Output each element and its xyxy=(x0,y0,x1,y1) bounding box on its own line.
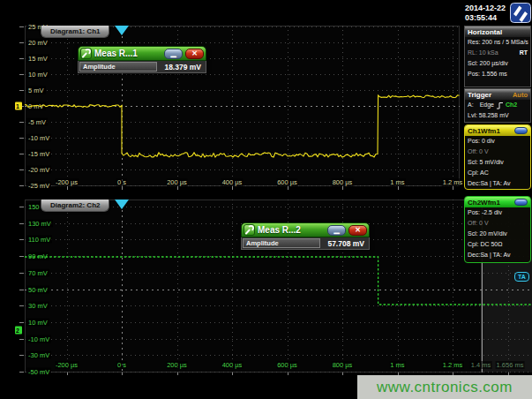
d1-y-axis-label: 0 mV xyxy=(26,102,46,110)
meas2-title: Meas R...2 xyxy=(255,225,325,235)
d1-y-axis-label: -10 mV xyxy=(26,134,51,142)
trigger-position-marker-diagram1[interactable] xyxy=(115,26,129,35)
trigger-title: Trigger xyxy=(468,91,513,99)
d2-y-axis-label: 110 mV xyxy=(26,236,52,244)
d2-x-axis-label: 600 µs xyxy=(276,361,298,369)
ruler-tick xyxy=(19,223,24,224)
time-label: 03:55:44 xyxy=(465,13,510,23)
trigger-panel[interactable]: Trigger Auto A: Edge Ch2 Lvl: 58.258 mV xyxy=(464,88,531,123)
ruler-tick xyxy=(19,26,24,27)
ruler-tick xyxy=(177,186,178,190)
meas-window-2[interactable]: Meas R...2 ▁ ✕ Amplitude 57.708 mV xyxy=(241,222,370,250)
wrench-icon xyxy=(244,224,255,236)
d2-x-axis-label: 1.2 ms xyxy=(442,361,464,369)
ruler-tick xyxy=(122,186,123,190)
close-icon[interactable]: ✕ xyxy=(185,49,204,59)
ruler-tick xyxy=(19,239,24,240)
horizontal-panel[interactable]: Horizontal Res: 200 ns / 5 MSa/s RL: 10 … xyxy=(464,26,531,87)
trigger-level: Lvl: 58.258 mV xyxy=(468,110,509,121)
ruler-tick xyxy=(19,74,24,75)
meas2-header[interactable]: Meas R...2 ▁ ✕ xyxy=(241,222,370,237)
ta-badge: TA xyxy=(514,272,529,282)
meas1-param-label: Amplitude xyxy=(79,62,157,72)
ch2wfm-dec: Dec:Sa | TA: Av xyxy=(468,250,511,260)
d1-x-axis-label: 200 µs xyxy=(166,178,188,186)
meas-window-1[interactable]: Meas R...1 ▁ ✕ Amplitude 18.379 mV xyxy=(78,46,206,73)
ch1wfm-cpl: Cpl: AC xyxy=(468,168,489,178)
ch1wfm-header[interactable]: Ch1Wfm1 xyxy=(465,125,530,136)
d1-y-axis-label: -15 mV xyxy=(26,150,51,158)
ruler-tick xyxy=(453,186,453,190)
ch2wfm-header[interactable]: Ch2Wfm1 xyxy=(465,197,530,207)
d2-x-axis-label: -200 µs xyxy=(55,361,79,369)
signal-bar-icon[interactable] xyxy=(514,127,528,134)
d1-x-axis-label: 1 ms xyxy=(389,178,405,186)
d2-y-axis-label: 10 mV xyxy=(26,318,49,326)
d1-y-axis-label: 5 mV xyxy=(26,87,46,94)
ch1-reference-marker[interactable]: 1 xyxy=(15,102,22,110)
tab-diagram2[interactable]: Diagram2: Ch2 xyxy=(41,200,109,212)
tab-diagram1[interactable]: Diagram1: Ch1 xyxy=(41,26,109,38)
trigger-position-marker-diagram2[interactable] xyxy=(115,200,129,209)
d2-y-axis-label: -10 mV xyxy=(26,335,51,343)
ch2wfm-scl: Scl: 20 mV/div xyxy=(468,229,507,239)
meas2-param-label: Amplitude xyxy=(243,238,320,248)
ch2wfm-panel[interactable]: Ch2Wfm1 Pos: -2.5 div Off: 0 V Scl: 20 m… xyxy=(464,196,531,263)
d1-y-axis-label: -25 mV xyxy=(26,182,51,190)
ruler-tick xyxy=(19,290,24,290)
meas1-value: 18.379 mV xyxy=(157,63,205,72)
minimize-icon[interactable]: ▁ xyxy=(164,49,183,59)
ruler-tick xyxy=(398,186,399,190)
trigger-mode: Auto xyxy=(513,91,528,99)
ruler-tick xyxy=(288,186,288,190)
d1-y-axis-label: 15 mV xyxy=(26,55,49,63)
d1-y-axis-label: 10 mV xyxy=(26,71,49,79)
horizontal-rl: RL: 10 kSa xyxy=(468,48,498,58)
signal-bar-icon[interactable] xyxy=(514,199,528,206)
horizontal-pos: Pos: 1.556 ms xyxy=(468,69,507,79)
minimize-icon[interactable]: ▁ xyxy=(327,225,346,236)
d2-y-axis-label: 130 mV xyxy=(26,219,53,227)
ch2wfm-title: Ch2Wfm1 xyxy=(468,199,514,207)
ruler-tick xyxy=(19,339,24,340)
edge-slope-icon xyxy=(496,102,504,109)
d2-x-axis-label: 0 s xyxy=(116,361,127,369)
d2-y-axis-label: 70 mV xyxy=(26,268,49,276)
date-label: 2014-12-22 xyxy=(465,4,510,13)
rohde-schwarz-logo xyxy=(510,3,531,23)
ruler-tick xyxy=(19,169,24,170)
ruler-tick xyxy=(19,58,24,59)
d2-y-axis-label: 50 mV xyxy=(26,285,49,293)
ch1wfm-dec: Dec:Sa | TA: Av xyxy=(468,178,511,189)
ch2wfm-off: Off: 0 V xyxy=(468,218,489,229)
ruler-tick xyxy=(19,138,24,139)
d1-y-axis-label: -20 mV xyxy=(26,166,51,174)
trigger-panel-header: Trigger Auto xyxy=(465,89,530,100)
d1-y-axis-label: 20 mV xyxy=(26,39,49,47)
meas1-title: Meas R...1 xyxy=(92,49,161,58)
horizontal-title: Horizontal xyxy=(468,28,528,36)
d2-x-axis-label-dim: 1.656 ms xyxy=(496,361,525,369)
ruler-tick xyxy=(67,186,68,190)
ruler-tick xyxy=(19,273,24,274)
meas1-header[interactable]: Meas R...1 ▁ ✕ xyxy=(78,46,206,61)
trigger-type: Edge xyxy=(480,100,494,110)
horizontal-scl: Scl: 200 µs/div xyxy=(468,58,508,69)
close-icon[interactable]: ✕ xyxy=(348,225,367,236)
ruler-tick xyxy=(342,186,343,190)
ruler-tick xyxy=(232,186,233,190)
ruler-tick xyxy=(19,355,24,356)
ch1wfm-scl: Scl: 5 mV/div xyxy=(468,157,504,168)
ruler-tick xyxy=(19,122,24,123)
trigger-source: Ch2 xyxy=(506,100,517,110)
d1-x-axis-label: -200 µs xyxy=(55,178,79,186)
ch1wfm-title: Ch1Wfm1 xyxy=(468,127,514,135)
ch2-reference-marker[interactable]: 2 xyxy=(15,327,22,335)
ch2wfm-pos: Pos: -2.5 div xyxy=(468,207,502,218)
ch1wfm-panel[interactable]: Ch1Wfm1 Pos: 0 div Off: 0 V Scl: 5 mV/di… xyxy=(464,124,531,190)
ruler-tick xyxy=(19,185,24,186)
horizontal-rt: RT xyxy=(520,48,528,58)
watermark-panel: www.cntronics.com xyxy=(357,375,532,399)
datetime-display: 2014-12-22 03:55:44 xyxy=(465,2,531,24)
meas2-body: Amplitude 57.708 mV xyxy=(241,237,370,250)
